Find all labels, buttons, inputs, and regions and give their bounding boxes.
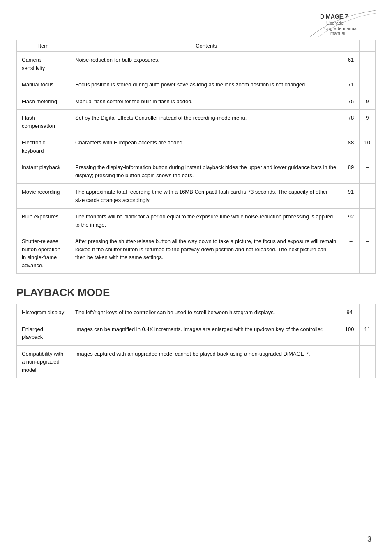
col-header-contents: Contents xyxy=(70,40,343,52)
item-cell: Movie recording xyxy=(17,184,70,208)
page-cell: – xyxy=(340,345,359,378)
item-cell: Compatibility with a non-upgraded model xyxy=(17,345,70,378)
page-cell: 61 xyxy=(343,52,359,76)
item-cell: Electronic keyboard xyxy=(17,134,70,159)
col-header-page xyxy=(343,40,359,52)
contents-cell: Noise-reduction for bulb exposures. xyxy=(70,52,343,76)
table-row: Movie recording The approximate total re… xyxy=(17,184,376,208)
extra-cell: 9 xyxy=(359,93,375,110)
corner-decoration-icon: DiMAGE 7 Upgrade Upgrade manual manual xyxy=(285,8,376,38)
extra-cell: 10 xyxy=(359,134,375,159)
contents-cell: Images can be magnified in 0.4X incremen… xyxy=(70,321,340,345)
extra-cell: – xyxy=(359,233,375,274)
svg-text:manual: manual xyxy=(330,31,345,36)
col-header-extra xyxy=(359,40,375,52)
playback-section-title: PLAYBACK MODE xyxy=(16,286,376,299)
contents-cell: The monitors will be blank for a period … xyxy=(70,208,343,233)
table-row: Manual focus Focus position is stored du… xyxy=(17,76,376,93)
page-cell: 71 xyxy=(343,76,359,93)
extra-cell: – xyxy=(359,76,375,93)
extra-cell: 11 xyxy=(359,321,375,345)
page-cell: 100 xyxy=(340,321,359,345)
table-row: Enlarged playback Images can be magnifie… xyxy=(17,321,376,345)
col-header-item: Item xyxy=(17,40,70,52)
header-decoration: DiMAGE 7 Upgrade Upgrade manual manual xyxy=(16,8,376,38)
table-row: Electronic keyboard Characters with Euro… xyxy=(17,134,376,159)
contents-cell: Images captured with an upgraded model c… xyxy=(70,345,340,378)
page-cell: 94 xyxy=(340,304,359,321)
recording-table: Item Contents Camera sensitivity Noise-r… xyxy=(16,40,376,274)
table-row: Camera sensitivity Noise-reduction for b… xyxy=(17,52,376,76)
item-cell: Manual focus xyxy=(17,76,70,93)
table-row: Instant playback Pressing the display-in… xyxy=(17,159,376,184)
playback-table: Histogram display The left/right keys of… xyxy=(16,304,376,378)
item-cell: Bulb exposures xyxy=(17,208,70,233)
contents-cell: The left/right keys of the controller ca… xyxy=(70,304,340,321)
page-cell: 88 xyxy=(343,134,359,159)
page-cell: – xyxy=(343,233,359,274)
page-number: 3 xyxy=(367,535,371,544)
svg-text:DiMAGE 7: DiMAGE 7 xyxy=(320,13,348,20)
item-cell: Enlarged playback xyxy=(17,321,70,345)
svg-text:Upgrade manual: Upgrade manual xyxy=(324,26,357,31)
table-row: Flash metering Manual flash control for … xyxy=(17,93,376,110)
contents-cell: Focus position is stored during auto pow… xyxy=(70,76,343,93)
item-cell: Flash compensation xyxy=(17,110,70,134)
contents-cell: After pressing the shutter-release butto… xyxy=(70,233,343,274)
extra-cell: 9 xyxy=(359,110,375,134)
extra-cell: – xyxy=(359,304,375,321)
table-row: Flash compensation Set by the Digital Ef… xyxy=(17,110,376,134)
page-cell: 89 xyxy=(343,159,359,184)
extra-cell: – xyxy=(359,208,375,233)
item-cell: Camera sensitivity xyxy=(17,52,70,76)
svg-text:Upgrade: Upgrade xyxy=(326,21,344,25)
item-cell: Shutter-release button operation in sing… xyxy=(17,233,70,274)
contents-cell: Set by the Digital Effects Controller in… xyxy=(70,110,343,134)
table-row: Histogram display The left/right keys of… xyxy=(17,304,376,321)
page-cell: 75 xyxy=(343,93,359,110)
contents-cell: Characters with European accents are add… xyxy=(70,134,343,159)
item-cell: Instant playback xyxy=(17,159,70,184)
contents-cell: Manual flash control for the built-in fl… xyxy=(70,93,343,110)
extra-cell: – xyxy=(359,52,375,76)
item-cell: Flash metering xyxy=(17,93,70,110)
contents-cell: Pressing the display-information button … xyxy=(70,159,343,184)
page-cell: 91 xyxy=(343,184,359,208)
contents-cell: The approximate total recording time wit… xyxy=(70,184,343,208)
extra-cell: – xyxy=(359,159,375,184)
table-row: Compatibility with a non-upgraded model … xyxy=(17,345,376,378)
extra-cell: – xyxy=(359,345,375,378)
item-cell: Histogram display xyxy=(17,304,70,321)
table-row: Shutter-release button operation in sing… xyxy=(17,233,376,274)
page-cell: 78 xyxy=(343,110,359,134)
extra-cell: – xyxy=(359,184,375,208)
page-cell: 92 xyxy=(343,208,359,233)
table-row: Bulb exposures The monitors will be blan… xyxy=(17,208,376,233)
